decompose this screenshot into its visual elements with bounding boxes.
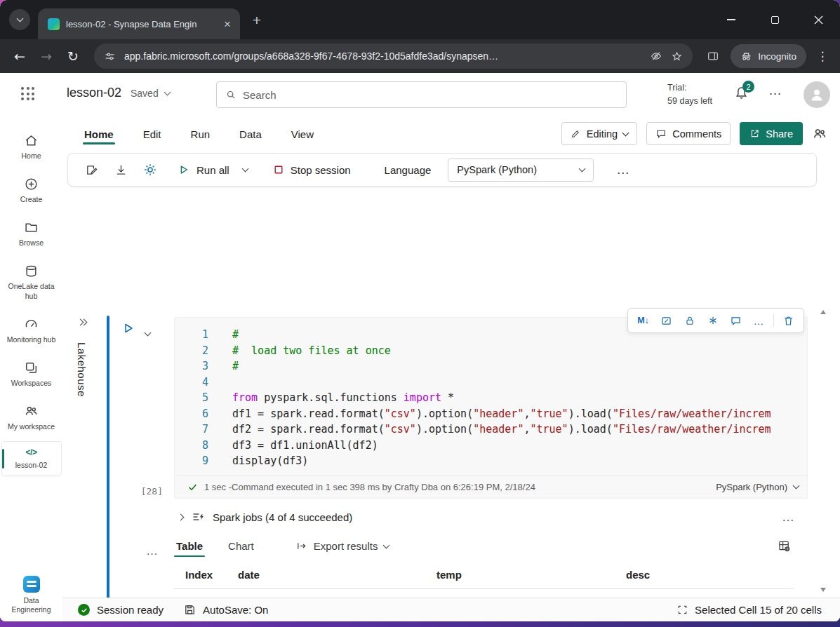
line-code: df2 = spark.read.format("csv").option("h…: [232, 422, 771, 438]
tab-edit[interactable]: Edit: [142, 119, 163, 150]
table-settings-icon[interactable]: [778, 539, 791, 553]
side-panel-icon[interactable]: [701, 44, 725, 68]
avatar[interactable]: [804, 81, 830, 108]
markdown-convert-button[interactable]: M↓: [632, 311, 654, 330]
sidebar-item-onelake[interactable]: OneLake data hub: [2, 258, 61, 306]
code-line[interactable]: 9display(df3): [175, 453, 807, 469]
code-line[interactable]: 3#: [175, 358, 807, 375]
line-code: df3 = df1.unionAll(df2): [232, 438, 378, 454]
tab-close-icon[interactable]: ×: [222, 18, 233, 30]
maximize-button[interactable]: [753, 0, 796, 39]
column-header[interactable]: temp: [436, 569, 626, 581]
code-line[interactable]: 8df3 = df1.unionAll(df2): [175, 438, 807, 454]
sidebar-item-browse[interactable]: Browse: [2, 215, 61, 253]
browser-menu-icon[interactable]: ⋮: [812, 49, 833, 63]
code-lines[interactable]: 1#2# load two files at once3#45from pysp…: [175, 318, 807, 476]
workspaces-icon: [24, 360, 39, 375]
notebook-ribbon: Run all Stop session Language PySpark (P…: [67, 153, 817, 187]
collaborators-icon[interactable]: [812, 126, 827, 142]
sidebar-item-label: My workspace: [8, 422, 55, 431]
edit-note-icon[interactable]: [79, 158, 103, 182]
forward-button[interactable]: →: [34, 43, 59, 69]
tab-view[interactable]: View: [290, 119, 315, 150]
url-text[interactable]: app.fabric.microsoft.com/groups/a668a328…: [124, 50, 641, 62]
comments-button[interactable]: Comments: [646, 122, 731, 145]
tab-home[interactable]: Home: [83, 119, 115, 150]
sidebar-item-lesson-02[interactable]: </> lesson-02: [2, 442, 61, 476]
sidebar-item-monitoring[interactable]: Monitoring hub: [2, 311, 61, 350]
tab-search-button[interactable]: [9, 9, 30, 30]
saved-status[interactable]: Saved: [131, 88, 170, 99]
line-code: #: [232, 327, 239, 343]
sidebar-item-create[interactable]: Create: [2, 171, 61, 210]
cell-comment-button[interactable]: [725, 311, 747, 330]
scroll-down-icon[interactable]: [820, 588, 826, 592]
browser-tab[interactable]: lesson-02 - Synapse Data Engin ×: [38, 8, 240, 39]
spark-jobs-label[interactable]: Spark jobs (4 of 4 succeeded): [213, 511, 352, 523]
code-line[interactable]: 6df1 = spark.read.format("csv").option("…: [175, 406, 807, 422]
edit-box-button[interactable]: [655, 311, 677, 330]
sidebar-item-data-engineering[interactable]: Data Engineering: [2, 570, 61, 620]
column-header[interactable]: date: [238, 569, 436, 581]
site-info-icon[interactable]: [104, 50, 116, 62]
vertical-scrollbar[interactable]: [818, 307, 829, 595]
sidebar-item-home[interactable]: Home: [2, 128, 61, 166]
delete-cell-button[interactable]: [778, 311, 799, 330]
global-search[interactable]: [216, 81, 627, 108]
close-button[interactable]: [796, 0, 840, 39]
expand-panel-icon[interactable]: [79, 320, 86, 325]
sidebar-item-label: OneLake data hub: [4, 282, 60, 300]
minimize-button[interactable]: [709, 0, 753, 39]
line-number: 3: [175, 358, 208, 375]
cell-kernel-selector[interactable]: PySpark (Python): [716, 482, 799, 492]
share-button[interactable]: Share: [740, 122, 803, 145]
sidebar-item-label: Browse: [19, 238, 44, 248]
results-tab-chart[interactable]: Chart: [226, 534, 256, 558]
sidebar-item-workspaces[interactable]: Workspaces: [2, 355, 61, 393]
cell-collapse-chevron[interactable]: [145, 325, 150, 338]
notifications-button[interactable]: 2: [734, 86, 749, 100]
freeze-cell-button[interactable]: [702, 311, 724, 330]
browser-navbar: ← → ↻ app.fabric.microsoft.com/groups/a6…: [0, 39, 840, 73]
chevron-right-icon[interactable]: [178, 513, 185, 520]
lock-cell-button[interactable]: [679, 311, 700, 330]
column-header[interactable]: Index: [185, 569, 238, 581]
results-tab-table[interactable]: Table: [174, 534, 205, 558]
chevron-down-icon[interactable]: [241, 166, 248, 173]
cell-more-icon[interactable]: …: [748, 311, 770, 330]
back-button[interactable]: ←: [7, 43, 32, 69]
code-line[interactable]: 7df2 = spark.read.format("csv").option("…: [175, 422, 807, 438]
search-input[interactable]: [243, 89, 618, 101]
code-line[interactable]: 2# load two files at once: [175, 343, 807, 359]
editing-mode-dropdown[interactable]: Editing: [561, 122, 637, 145]
topbar-more-icon[interactable]: …: [768, 83, 782, 98]
reload-button[interactable]: ↻: [60, 43, 86, 69]
cell-options-icon[interactable]: …: [146, 544, 159, 558]
autosave-toggle[interactable]: AutoSave: On: [183, 603, 268, 616]
run-all-button[interactable]: Run all: [178, 163, 248, 176]
code-line[interactable]: 4: [175, 375, 807, 391]
eye-hidden-icon[interactable]: [650, 50, 662, 62]
cell-body[interactable]: M↓: [174, 317, 808, 499]
sidebar-item-label: Create: [20, 195, 43, 204]
tab-data[interactable]: Data: [238, 119, 263, 150]
run-cell-button[interactable]: [121, 321, 135, 335]
spark-jobs-more-icon[interactable]: …: [782, 510, 808, 525]
table-row[interactable]: 12018-09-3065high: [174, 589, 794, 598]
url-bar[interactable]: app.fabric.microsoft.com/groups/a668a328…: [94, 43, 693, 69]
column-header[interactable]: desc: [626, 569, 794, 581]
ribbon-more-icon[interactable]: …: [616, 162, 630, 177]
language-select[interactable]: PySpark (Python): [448, 159, 594, 182]
sidebar-item-my-workspace[interactable]: My workspace: [2, 398, 61, 437]
lakehouse-panel-label[interactable]: Lakehouse: [76, 342, 88, 397]
settings-gear-icon[interactable]: [138, 158, 162, 182]
stop-session-button[interactable]: Stop session: [273, 164, 351, 176]
app-launcher-icon[interactable]: [21, 87, 34, 100]
export-results-button[interactable]: Export results: [295, 540, 389, 552]
tab-run[interactable]: Run: [189, 119, 212, 150]
download-icon[interactable]: [109, 158, 133, 182]
scroll-up-icon[interactable]: [820, 310, 826, 314]
code-line[interactable]: 5from pyspark.sql.functions import *: [175, 390, 807, 406]
new-tab-button[interactable]: +: [247, 11, 267, 30]
bookmark-star-icon[interactable]: [671, 50, 683, 62]
